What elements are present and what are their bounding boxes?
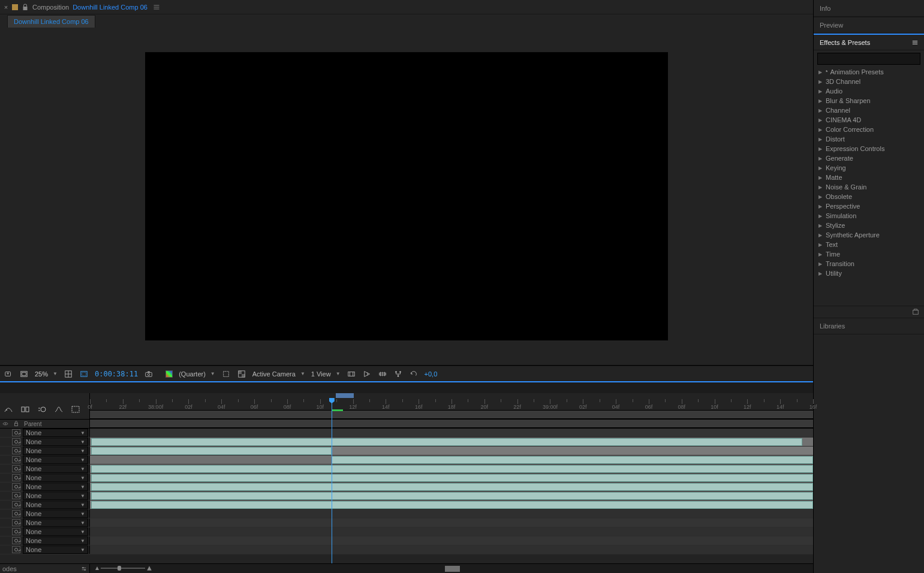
- effects-category[interactable]: ▶Generate: [814, 153, 924, 163]
- pickwhip-icon[interactable]: [12, 465, 20, 472]
- work-area-bar[interactable]: [336, 393, 354, 398]
- timeline-row[interactable]: None▼: [0, 518, 813, 527]
- composition-tab[interactable]: Downhill Linked Comp 06: [7, 15, 95, 28]
- pickwhip-icon[interactable]: [12, 474, 20, 481]
- pickwhip-icon[interactable]: [12, 528, 20, 535]
- parent-dropdown[interactable]: None▼: [23, 438, 88, 446]
- roi-icon[interactable]: [221, 369, 231, 379]
- timeline-row[interactable]: None▼: [0, 536, 813, 545]
- effects-category[interactable]: ▶Time: [814, 249, 924, 259]
- timeline-ruler[interactable]: 0f22f38:00f02f04f06f08f10f12f14f16f18f20…: [90, 393, 813, 420]
- layer-track[interactable]: [90, 465, 813, 473]
- view-layout-icon[interactable]: [19, 369, 29, 379]
- pickwhip-icon[interactable]: [12, 456, 20, 463]
- timeline-icon[interactable]: [378, 369, 387, 379]
- effects-category[interactable]: ▶Matte: [814, 173, 924, 182]
- effects-category[interactable]: ▶Perspective: [814, 201, 924, 211]
- layer-duration-bar[interactable]: [91, 465, 813, 473]
- layer-track[interactable]: [90, 429, 813, 437]
- effects-category[interactable]: ▶CINEMA 4D: [814, 115, 924, 125]
- panel-menu-icon[interactable]: [151, 2, 162, 13]
- layer-track[interactable]: [90, 500, 813, 509]
- parent-dropdown[interactable]: None▼: [23, 491, 88, 500]
- layer-duration-bar[interactable]: [91, 501, 813, 509]
- effects-category[interactable]: ▶Obsolete: [814, 192, 924, 201]
- layer-track[interactable]: [90, 527, 813, 536]
- effects-category[interactable]: ▶Noise & Grain: [814, 182, 924, 192]
- effects-presets-panel-tab[interactable]: Effects & Presets: [814, 34, 924, 50]
- parent-dropdown[interactable]: None▼: [23, 447, 88, 455]
- layer-track[interactable]: [90, 536, 813, 545]
- layer-track[interactable]: [90, 447, 813, 455]
- layer-track[interactable]: [90, 518, 813, 527]
- pickwhip-icon[interactable]: [12, 537, 20, 544]
- layer-duration-bar[interactable]: [91, 438, 802, 446]
- shy-icon[interactable]: [4, 405, 13, 414]
- layer-track[interactable]: [90, 474, 813, 482]
- effects-category[interactable]: ▶Synthetic Aperture: [814, 230, 924, 240]
- effects-category[interactable]: ▶Audio: [814, 86, 924, 96]
- effects-category[interactable]: ▶Text: [814, 240, 924, 249]
- timeline-row[interactable]: None▼: [0, 527, 813, 536]
- parent-dropdown[interactable]: None▼: [23, 545, 88, 554]
- parent-dropdown[interactable]: None▼: [23, 482, 88, 491]
- fast-preview-icon[interactable]: [362, 369, 372, 379]
- camera-dropdown[interactable]: Active Camera ▼: [252, 370, 305, 378]
- switches-modes-label[interactable]: odes: [2, 565, 17, 572]
- composition-viewer[interactable]: [0, 28, 813, 366]
- timeline-row[interactable]: None▼: [0, 500, 813, 509]
- eye-column-icon[interactable]: [2, 421, 8, 427]
- timeline-row[interactable]: None▼: [0, 474, 813, 482]
- timeline-row[interactable]: None▼: [0, 447, 813, 456]
- parent-dropdown[interactable]: None▼: [23, 429, 88, 437]
- preview-panel-tab[interactable]: Preview: [814, 17, 924, 34]
- panel-menu-icon[interactable]: [912, 40, 918, 46]
- composition-name[interactable]: Downhill Linked Comp 06: [73, 4, 148, 11]
- effects-category[interactable]: ▶Color Correction: [814, 125, 924, 134]
- snapshot-icon[interactable]: [144, 369, 154, 379]
- flowchart-icon[interactable]: [393, 369, 403, 379]
- effects-category[interactable]: ▶Transition: [814, 259, 924, 269]
- layer-track[interactable]: [90, 438, 813, 446]
- layer-track[interactable]: [90, 456, 813, 464]
- pickwhip-icon[interactable]: [12, 492, 20, 499]
- layer-duration-bar[interactable]: [91, 474, 813, 482]
- layer-duration-bar[interactable]: [91, 483, 813, 491]
- toggle-switches-icon[interactable]: [81, 566, 87, 572]
- layer-duration-bar[interactable]: [332, 456, 813, 464]
- parent-dropdown[interactable]: None▼: [23, 527, 88, 536]
- parent-dropdown[interactable]: None▼: [23, 518, 88, 527]
- resolution-dropdown[interactable]: (Quarter) ▼: [179, 370, 215, 378]
- timeline-row[interactable]: None▼: [0, 456, 813, 465]
- panel-color-swatch[interactable]: [12, 4, 18, 10]
- effects-category[interactable]: ▶Channel: [814, 105, 924, 115]
- effects-category[interactable]: ▶Blur & Sharpen: [814, 96, 924, 105]
- effects-category[interactable]: ▶Simulation: [814, 211, 924, 221]
- effects-category[interactable]: ▶Keying: [814, 163, 924, 173]
- current-timecode[interactable]: 0:00:38:11: [95, 370, 138, 378]
- timeline-zoom-slider[interactable]: [96, 566, 150, 570]
- safe-zones-icon[interactable]: [79, 369, 89, 379]
- effects-category[interactable]: ▶Expression Controls: [814, 144, 924, 153]
- transparency-grid-icon[interactable]: [237, 369, 246, 379]
- parent-dropdown[interactable]: None▼: [23, 536, 88, 545]
- pickwhip-icon[interactable]: [12, 429, 20, 436]
- layer-track[interactable]: [90, 509, 813, 518]
- effects-category[interactable]: ▶*Animation Presets: [814, 67, 924, 77]
- pickwhip-icon[interactable]: [12, 546, 20, 553]
- layer-duration-bar[interactable]: [91, 447, 331, 455]
- timeline-row[interactable]: None▼: [0, 438, 813, 447]
- panel-splitter[interactable]: [0, 381, 813, 393]
- timeline-row[interactable]: None▼: [0, 545, 813, 554]
- parent-dropdown[interactable]: None▼: [23, 474, 88, 482]
- parent-column-header[interactable]: Parent: [24, 421, 41, 427]
- timeline-row[interactable]: None▼: [0, 465, 813, 474]
- frame-blend-icon[interactable]: [20, 405, 30, 414]
- timeline-row[interactable]: None▼: [0, 429, 813, 438]
- parent-dropdown[interactable]: None▼: [23, 509, 88, 518]
- parent-dropdown[interactable]: None▼: [23, 465, 88, 473]
- layer-duration-bar[interactable]: [91, 492, 813, 500]
- timeline-navigator[interactable]: [90, 564, 813, 573]
- pixel-aspect-icon[interactable]: [347, 369, 356, 379]
- zoom-control[interactable]: 25% ▼: [35, 370, 58, 378]
